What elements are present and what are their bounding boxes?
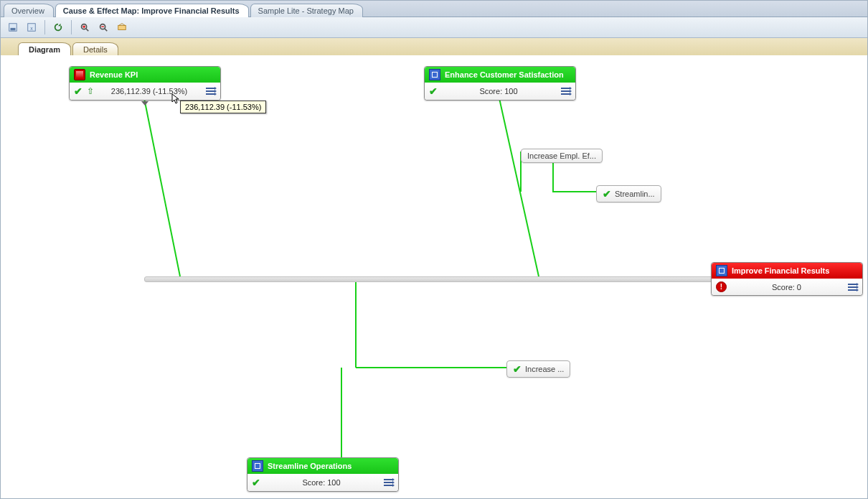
node-streamline-collapsed[interactable]: ✔ Streamlin...	[596, 185, 661, 202]
error-icon: !	[716, 281, 727, 292]
node-improve-financial-results[interactable]: Improve Financial Results ! Score: 0	[711, 262, 863, 296]
node-increase-collapsed[interactable]: ✔ Increase ...	[506, 360, 570, 378]
node-menu-icon[interactable]	[846, 282, 858, 292]
svg-rect-11	[118, 25, 126, 29]
node-menu-icon[interactable]	[382, 477, 394, 488]
objective-icon	[716, 265, 727, 276]
svg-line-13	[499, 98, 539, 276]
check-icon: ✔	[429, 85, 438, 97]
toolbar-export-icon[interactable]: x	[24, 19, 39, 35]
node-value: 236,112.39 (-11.53%)	[98, 87, 200, 95]
toolbar-refresh-icon[interactable]	[50, 19, 66, 35]
node-increase-employee-efficiency[interactable]: Increase Empl. Ef...	[521, 149, 603, 163]
node-menu-icon[interactable]	[204, 86, 216, 96]
node-score: Score: 0	[731, 283, 842, 292]
check-icon: ✔	[74, 85, 82, 97]
toolbar-separator	[71, 20, 72, 34]
node-title: Revenue KPI	[90, 70, 138, 79]
node-revenue-kpi[interactable]: Revenue KPI ✔ ⇧ 236,112.39 (-11.53%)	[69, 66, 221, 101]
toolbar-zoom-out-icon[interactable]	[95, 19, 111, 35]
toolbar-separator	[44, 20, 45, 34]
subtab-diagram[interactable]: Diagram	[18, 42, 71, 56]
node-score: Score: 100	[265, 478, 378, 487]
top-tab-bar: Overview Cause & Effect Map: Improve Fin…	[1, 1, 867, 17]
diagram-canvas[interactable]: Revenue KPI ✔ ⇧ 236,112.39 (-11.53%) 236…	[1, 55, 867, 498]
objective-icon	[252, 460, 263, 472]
kpi-icon	[74, 69, 85, 80]
svg-line-9	[105, 29, 108, 32]
toolbar-save-icon[interactable]	[5, 19, 21, 35]
node-title: Improve Financial Results	[732, 266, 829, 275]
mini-label: Streamlin...	[615, 190, 655, 198]
node-title: Enhance Customer Satisfaction	[445, 70, 564, 79]
check-icon: ✔	[513, 363, 522, 375]
tab-cause-effect-map[interactable]: Cause & Effect Map: Improve Financial Re…	[55, 4, 249, 17]
mini-label: Increase ...	[525, 365, 564, 373]
node-enhance-customer-satisfaction[interactable]: Enhance Customer Satisfaction ✔ Score: 1…	[424, 66, 576, 101]
subtab-details[interactable]: Details	[72, 42, 118, 56]
svg-line-12	[144, 98, 180, 276]
tab-sample-strategy-map[interactable]: Sample Lite - Strategy Map	[250, 4, 363, 17]
node-streamline-operations[interactable]: Streamline Operations ✔ Score: 100	[247, 457, 399, 492]
check-icon: ✔	[252, 477, 260, 488]
tab-overview[interactable]: Overview	[4, 4, 54, 17]
sub-tab-bar: Diagram Details	[1, 38, 867, 56]
toolbar: x	[1, 17, 867, 38]
svg-rect-1	[11, 28, 16, 31]
svg-line-5	[86, 29, 89, 32]
trend-up-icon: ⇧	[87, 86, 94, 96]
node-menu-icon[interactable]	[560, 86, 571, 96]
mini-label: Increase Empl. Ef...	[527, 151, 596, 160]
check-icon: ✔	[603, 188, 611, 200]
expand-chevron-icon[interactable]	[141, 101, 148, 106]
node-title: Streamline Operations	[268, 462, 352, 470]
svg-text:x: x	[30, 26, 33, 31]
toolbar-fit-icon[interactable]	[114, 19, 130, 35]
toolbar-zoom-in-icon[interactable]	[77, 19, 93, 35]
node-score: Score: 100	[442, 87, 555, 95]
objective-icon	[429, 69, 440, 80]
value-tooltip: 236,112.39 (-11.53%)	[180, 101, 266, 113]
